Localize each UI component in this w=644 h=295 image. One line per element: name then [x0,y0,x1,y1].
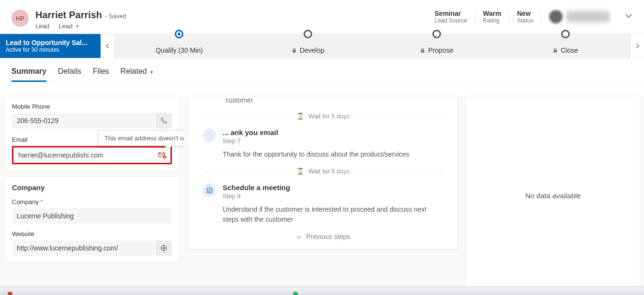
previous-steps-label: Previous steps [306,233,350,240]
email-invalid-indicator [154,148,170,163]
owner-name [566,11,610,23]
center-column: customer ⌛ Wait for 5 days ... ank you e… [184,96,462,295]
wait-text: Wait for 5 days [308,113,350,120]
step-number: Step 7 [223,137,278,145]
meta-value: New [517,10,533,17]
process-prev-button[interactable] [101,34,115,58]
globe-icon [160,244,168,252]
entity-label: Lead [35,23,49,30]
step-title: ... ank you email [223,128,278,136]
step-icon [203,183,216,197]
checkbox-icon [206,187,213,194]
tab-summary[interactable]: Summary [11,67,46,81]
stage-develop[interactable]: Develop [244,34,373,58]
chevron-down-icon: ▾ [150,69,153,75]
title-block: Harriet Parrish - Saved Lead · Lead ▾ [35,10,427,30]
email-field-highlighted [12,146,172,164]
stage-label-text: Develop [300,46,324,54]
header-expand[interactable] [625,12,633,22]
tab-bar: Summary Details Files Related ▾ [0,58,644,82]
chevron-left-icon [105,43,111,49]
mail-error-icon [158,151,167,159]
company-card: Company Company* Website [4,176,180,263]
process-name-block[interactable]: Lead to Opportunity Sal... Active for 30… [0,34,101,58]
wait-text: Wait for 5 days [308,168,350,175]
step-number: Step 9 [223,193,290,200]
timeline-step-7[interactable]: ... ank you email Step 7 [203,128,443,145]
hourglass-icon: ⌛ [296,168,304,175]
meta-label: Rating [483,17,501,24]
tab-files[interactable]: Files [93,67,109,81]
email-input[interactable] [13,148,154,163]
related-panel: No data available [466,96,640,295]
stage-indicator [561,30,570,38]
stage-label-text: Propose [428,46,453,54]
avatar: HP [11,10,29,27]
meta-status: New Status [509,10,542,24]
record-name: Harriet Parrish [35,10,102,21]
company-section-heading: Company [12,183,172,192]
step-title: Schedule a meeting [223,183,290,192]
tab-details[interactable]: Details [58,67,81,81]
hourglass-icon: ⌛ [296,113,304,120]
right-column: No data available [462,96,644,295]
meta-label: Lead Source [435,17,467,24]
taskbar-indicator [8,292,12,295]
left-column: Mobile Phone This email address doesn't … [0,96,184,295]
separator-dot: · [53,23,55,30]
process-next-button[interactable] [630,34,644,58]
stage-propose[interactable]: Propose [373,34,501,58]
open-website-button[interactable] [156,240,172,256]
company-input[interactable] [12,208,172,224]
os-taskbar [0,286,644,295]
lock-icon [292,48,297,53]
meta-lead-source: Seminar Lead Source [427,10,475,24]
saved-indicator: - Saved [105,12,126,20]
email-invalid-tooltip: This email address doesn't seem to be va… [98,130,184,146]
step-description: Thank for the opportunity to discuss abo… [223,149,443,159]
required-icon: * [41,199,43,204]
stage-label: Qualify (30 Min) [156,46,203,54]
mobile-input[interactable] [12,113,155,128]
process-bar: Lead to Opportunity Sal... Active for 30… [0,34,644,58]
process-name: Lead to Opportunity Sal... [6,39,95,46]
tab-related-label: Related [121,67,147,75]
meta-label: Status [517,17,533,24]
step-description: Understand if the customer is interested… [223,204,443,224]
lock-icon [420,48,425,53]
lock-icon [553,48,558,53]
form-selector[interactable]: Lead [59,23,73,30]
owner-avatar [549,10,563,23]
meta-value: Seminar [435,10,467,17]
stage-indicator [432,30,441,38]
timeline-card: customer ⌛ Wait for 5 days ... ank you e… [188,96,458,250]
timeline-step-9[interactable]: Schedule a meeting Step 9 [203,183,443,200]
phone-icon [160,117,168,125]
chevron-down-icon [625,12,633,20]
chevron-down-icon[interactable]: ▾ [76,23,79,29]
meta-value: Warm [483,10,501,17]
stage-close[interactable]: Close [501,34,630,58]
header-meta: Seminar Lead Source Warm Rating New Stat… [427,10,633,24]
call-button[interactable] [156,113,172,128]
chevron-down-icon [296,234,302,240]
company-label: Company* [12,198,172,205]
step-body-truncated: customer [203,96,443,104]
form-body: Mobile Phone This email address doesn't … [0,96,644,295]
website-label: Website [12,230,172,238]
previous-steps-toggle[interactable]: Previous steps [203,224,443,240]
owner-block[interactable] [542,10,610,23]
stage-qualify[interactable]: Qualify (30 Min) [115,34,244,58]
contact-card: Mobile Phone This email address doesn't … [4,96,180,171]
process-duration: Active for 30 minutes [6,46,95,53]
stages: Qualify (30 Min) Develop Propose Close [115,34,630,58]
svg-rect-3 [207,188,212,193]
no-data-text: No data available [525,192,581,200]
meta-rating: Warm Rating [475,10,509,24]
wait-separator: ⌛ Wait for 5 days [203,104,443,128]
chevron-right-icon [634,43,640,49]
wait-separator: ⌛ Wait for 5 days [203,159,443,183]
tab-related[interactable]: Related ▾ [121,67,154,81]
taskbar-indicator [293,292,298,295]
website-input[interactable] [12,240,155,256]
